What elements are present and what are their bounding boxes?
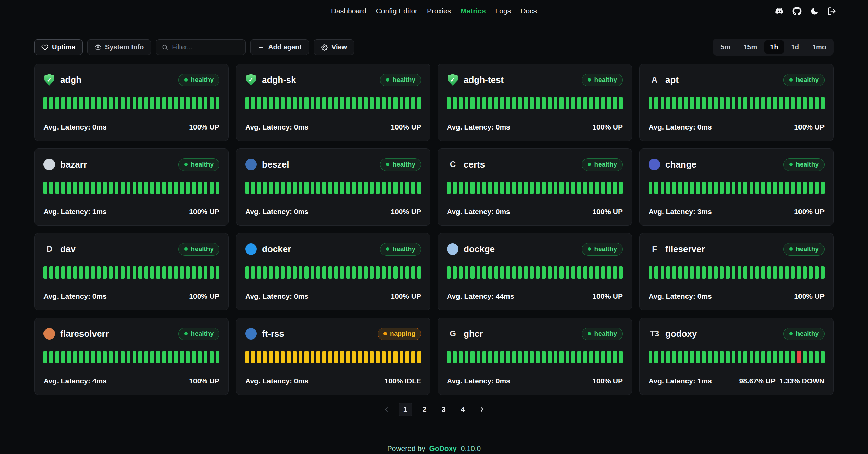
- nav-item-dashboard[interactable]: Dashboard: [331, 7, 366, 15]
- uptime-bar: [79, 266, 83, 279]
- uptime-bar: [55, 97, 59, 109]
- page-button-4[interactable]: 4: [456, 403, 470, 416]
- status-dot-icon: [386, 163, 389, 166]
- uptime-bar: [138, 266, 142, 279]
- page-button-2[interactable]: 2: [418, 403, 431, 416]
- uptime-bar: [477, 266, 480, 279]
- time-range-1d[interactable]: 1d: [785, 40, 805, 54]
- uptime-bar: [530, 266, 534, 279]
- uptime-bar: [542, 266, 545, 279]
- uptime-bar: [453, 97, 456, 109]
- service-card[interactable]: ✓ adgh-sk healthy Avg. Latency: 0ms 100%…: [236, 64, 430, 141]
- latency-text: Avg. Latency: 44ms: [447, 292, 514, 300]
- service-name: change: [665, 159, 696, 170]
- uptime-bar: [785, 266, 789, 279]
- godoxy-link[interactable]: GoDoxy: [429, 444, 457, 452]
- service-card[interactable]: ft-rss napping Avg. Latency: 0ms 100% ID…: [236, 318, 430, 395]
- uptime-bar: [654, 266, 658, 279]
- uptime-bar: [761, 351, 765, 363]
- nav-item-docs[interactable]: Docs: [520, 7, 537, 15]
- time-range-15m[interactable]: 15m: [738, 40, 763, 54]
- nav-item-logs[interactable]: Logs: [495, 7, 511, 15]
- github-icon[interactable]: [792, 7, 802, 16]
- uptime-bar: [180, 351, 184, 363]
- uptime-bar: [589, 351, 593, 363]
- uptime-bar: [299, 351, 302, 363]
- service-icon: ✓: [245, 74, 257, 86]
- uptime-bar: [121, 351, 124, 363]
- previous-page-icon[interactable]: [379, 403, 393, 416]
- uptime-bar: [607, 97, 611, 109]
- uptime-bar: [411, 351, 415, 363]
- add-agent-button[interactable]: Add agent: [250, 39, 309, 55]
- uptime-bar: [714, 266, 718, 279]
- uptime-bar: [815, 97, 818, 109]
- uptime-bar: [174, 266, 178, 279]
- uptime-bar: [370, 351, 374, 363]
- service-card[interactable]: beszel healthy Avg. Latency: 0ms 100% UP: [236, 148, 430, 226]
- time-range-5m[interactable]: 5m: [715, 40, 736, 54]
- latency-text: Avg. Latency: 0ms: [43, 123, 107, 131]
- status-badge: healthy: [582, 158, 623, 171]
- uptime-bar: [393, 266, 397, 279]
- service-card[interactable]: T3 godoxy healthy Avg. Latency: 1ms 98.6…: [639, 318, 834, 395]
- service-card[interactable]: F fileserver healthy Avg. Latency: 0ms 1…: [639, 233, 834, 310]
- uptime-bar: [506, 97, 510, 109]
- latency-text: Avg. Latency: 0ms: [649, 123, 712, 131]
- uptime-bar: [797, 97, 801, 109]
- nav-item-metrics[interactable]: Metrics: [461, 7, 486, 15]
- uptime-bar: [293, 97, 297, 109]
- uptime-bar: [281, 97, 285, 109]
- nav-item-proxies[interactable]: Proxies: [427, 7, 451, 15]
- nav-item-config-editor[interactable]: Config Editor: [376, 7, 417, 15]
- uptime-bar: [340, 97, 344, 109]
- service-card[interactable]: dockge healthy Avg. Latency: 44ms 100% U…: [438, 233, 632, 310]
- service-card[interactable]: A apt healthy Avg. Latency: 0ms 100% UP: [639, 64, 834, 141]
- service-card[interactable]: docker healthy Avg. Latency: 0ms 100% UP: [236, 233, 430, 310]
- uptime-bar: [649, 351, 652, 363]
- service-card[interactable]: C certs healthy Avg. Latency: 0ms 100% U…: [438, 148, 632, 226]
- page-button-1[interactable]: 1: [399, 403, 412, 416]
- uptime-bar: [566, 266, 569, 279]
- uptime-bar: [304, 351, 308, 363]
- status-label: healthy: [392, 76, 415, 84]
- uptime-bar: [382, 97, 386, 109]
- next-page-icon[interactable]: [475, 403, 489, 416]
- service-icon: D: [43, 243, 55, 255]
- service-card[interactable]: flaresolverr healthy Avg. Latency: 4ms 1…: [34, 318, 229, 395]
- uptime-bar: [815, 266, 818, 279]
- service-card[interactable]: bazarr healthy Avg. Latency: 1ms 100% UP: [34, 148, 229, 226]
- theme-toggle-moon-icon[interactable]: [810, 7, 819, 16]
- time-range-1mo[interactable]: 1mo: [806, 40, 832, 54]
- page-button-3[interactable]: 3: [437, 403, 451, 416]
- uptime-bar: [500, 266, 504, 279]
- view-button[interactable]: View: [314, 39, 354, 55]
- service-card[interactable]: G ghcr healthy Avg. Latency: 0ms 100% UP: [438, 318, 632, 395]
- uptime-bar: [133, 97, 136, 109]
- uptime-bar: [257, 266, 261, 279]
- service-card[interactable]: ✓ adgh-test healthy Avg. Latency: 0ms 10…: [438, 64, 632, 141]
- uptime-bar: [192, 97, 196, 109]
- system-info-tab-label: System Info: [105, 43, 144, 51]
- uptime-bar: [619, 182, 623, 194]
- service-card[interactable]: change healthy Avg. Latency: 3ms 100% UP: [639, 148, 834, 226]
- uptime-bar: [779, 97, 783, 109]
- uptime-bar: [732, 351, 735, 363]
- card-header: G ghcr healthy: [447, 328, 623, 340]
- uptime-bar: [714, 182, 718, 194]
- discord-icon[interactable]: [775, 7, 784, 16]
- service-icon: [245, 243, 257, 255]
- system-info-tab-button[interactable]: System Info: [87, 39, 151, 55]
- uptime-bar: [156, 182, 160, 194]
- uptime-bar: [613, 351, 617, 363]
- service-card[interactable]: ✓ adgh healthy Avg. Latency: 0ms 100% UP: [34, 64, 229, 141]
- card-header: ✓ adgh healthy: [43, 74, 219, 86]
- filter-input[interactable]: [172, 43, 240, 51]
- uptime-bar: [376, 182, 379, 194]
- service-card[interactable]: D dav healthy Avg. Latency: 0ms 100% UP: [34, 233, 229, 310]
- logout-icon[interactable]: [827, 7, 836, 16]
- uptime-bar: [767, 266, 771, 279]
- time-range-1h[interactable]: 1h: [764, 40, 784, 54]
- uptime-tab-button[interactable]: Uptime: [34, 39, 83, 55]
- status-label: healthy: [594, 76, 617, 84]
